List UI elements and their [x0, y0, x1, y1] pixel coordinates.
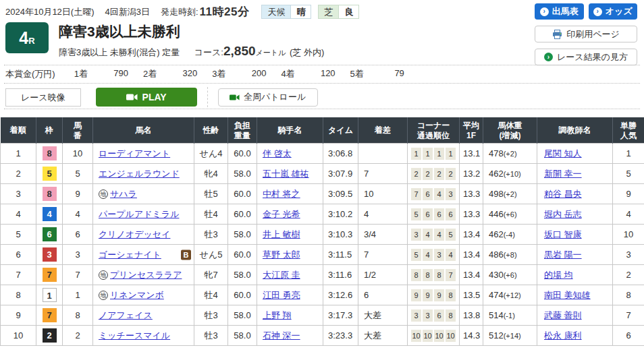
trainer-link[interactable]: 黒岩 陽一 — [544, 249, 582, 260]
cell-load-weight: 58.0 — [228, 305, 257, 326]
jockey-link[interactable]: 江田 勇亮 — [263, 290, 300, 300]
horse-link[interactable]: エンジェルラウンド — [99, 169, 180, 179]
trainer-link[interactable]: 坂口 智康 — [544, 229, 582, 239]
divider — [4, 83, 640, 84]
shutuba-button[interactable]: › 出馬表 — [535, 3, 584, 20]
cell-finish-position: 6 — [1, 245, 36, 265]
cell-time: 3:09.5 — [323, 184, 358, 204]
cell-frame-number: 7 — [36, 305, 63, 326]
cell-load-weight: 60.0 — [228, 204, 257, 225]
header-actions: › 出馬表 › オッズ 印刷用ページ › レース結果の見方 — [535, 3, 637, 65]
cell-time: 3:12.6 — [323, 285, 358, 305]
video-camera-icon — [230, 94, 240, 101]
cell-horse-name: ノアフェイス — [93, 305, 194, 326]
corner-position: 3 — [434, 249, 444, 261]
column-header: 負担 重量 — [228, 118, 257, 144]
horse-link[interactable]: ゴーシェナイト — [99, 249, 161, 260]
jockey-link[interactable]: 上野 翔 — [263, 310, 292, 320]
cell-corner-order: 5434 — [408, 245, 460, 265]
trainer-link[interactable]: 粕谷 昌央 — [544, 189, 582, 199]
cell-frame-number: 8 — [36, 144, 63, 164]
cell-margin: 4 — [358, 204, 408, 225]
cell-sex-age: 牡5 — [194, 184, 228, 204]
cell-jockey: 中村 将之 — [257, 184, 323, 204]
jockey-link[interactable]: 中村 将之 — [263, 189, 300, 199]
trainer-link[interactable]: 尾関 知人 — [544, 148, 582, 158]
arrow-circle-icon: › — [593, 7, 602, 16]
cell-trainer: 坂口 智康 — [537, 225, 613, 245]
cell-corner-order: 9998 — [408, 285, 460, 305]
cell-corner-order: 2222 — [408, 164, 460, 184]
cell-horse-number: 5 — [63, 164, 93, 184]
corner-position: 3 — [411, 229, 421, 241]
race-date: 2024年10月12日(土曜) — [5, 6, 95, 18]
cell-corner-order: 1111 — [408, 144, 460, 164]
cell-win-popularity: 7 — [613, 305, 644, 326]
jockey-link[interactable]: 五十嵐 雄祐 — [263, 169, 309, 179]
cell-sex-age: 牝7 — [194, 265, 228, 285]
cell-time: 3:17.3 — [323, 305, 358, 326]
cell-horse-name: ゴーシェナイトB — [93, 245, 194, 265]
result-row: 1022ミッチースマイル牡358.0石神 深一3:23.3大差101010101… — [1, 326, 644, 346]
corner-position: 6 — [423, 188, 433, 200]
cell-sex-age: 牡4 — [194, 204, 228, 225]
trainer-link[interactable]: 武藤 善則 — [544, 310, 582, 320]
corner-position: 8 — [411, 269, 421, 281]
cell-time: 3:23.3 — [323, 326, 358, 346]
corner-position: 7 — [411, 188, 421, 200]
cell-horse-number: 3 — [63, 245, 93, 265]
corner-position: 1 — [434, 148, 444, 160]
trainer-link[interactable]: 松永 康利 — [544, 330, 582, 341]
horse-link[interactable]: ローディアマント — [99, 148, 170, 158]
weather-badge: 天候晴 — [261, 5, 311, 19]
column-header: 馬 番 — [63, 118, 93, 144]
jockey-link[interactable]: 草野 太郎 — [263, 249, 300, 260]
race-number-badge: 4R — [5, 22, 49, 53]
column-header: 調教師名 — [537, 118, 613, 144]
jockey-link[interactable]: 井上 敏樹 — [263, 229, 300, 239]
corner-position: 7 — [446, 269, 456, 281]
corner-position: 4 — [423, 229, 433, 241]
column-header: 枠 — [36, 118, 63, 144]
cell-horse-name: パープルアドミラル — [93, 204, 194, 225]
horse-link[interactable]: クリノオデッセイ — [99, 229, 170, 239]
horse-link[interactable]: プリンセスララア — [110, 270, 182, 280]
horse-link[interactable]: ミッチースマイル — [99, 330, 170, 341]
corner-position: 2 — [446, 168, 456, 180]
turf-label: 芝 — [318, 5, 339, 19]
horse-link[interactable]: リネンマンボ — [110, 290, 164, 300]
jockey-link[interactable]: 石神 深一 — [263, 330, 300, 341]
trainer-link[interactable]: 的場 均 — [544, 270, 573, 280]
guide-button[interactable]: › レース結果の見方 — [535, 49, 637, 65]
frame-color-box: 8 — [43, 187, 57, 201]
cell-horse-name: ミッチースマイル — [93, 326, 194, 346]
race-number-suffix: R — [28, 36, 34, 46]
cell-finish-position: 1 — [1, 144, 36, 164]
patrol-video-button[interactable]: 全周パトロール — [218, 88, 318, 107]
jockey-link[interactable]: 大江原 圭 — [263, 270, 300, 280]
corner-position: 2 — [411, 168, 421, 180]
trainer-link[interactable]: 堀内 岳志 — [544, 209, 582, 219]
cell-margin: 大差 — [358, 326, 408, 346]
cell-jockey: 石神 深一 — [257, 326, 323, 346]
result-row: 1810ローディアマントせん460.0伴 啓太3:06.8111113.1478… — [1, 144, 644, 164]
jockey-link[interactable]: 金子 光希 — [263, 209, 300, 219]
arrow-circle-icon: › — [540, 7, 549, 16]
corner-position: 5 — [411, 249, 421, 261]
corner-position: 1 — [423, 148, 433, 160]
cell-load-weight: 60.0 — [228, 285, 257, 305]
trainer-link[interactable]: 南田 美知雄 — [544, 290, 591, 300]
odds-button[interactable]: › オッズ — [589, 3, 638, 20]
horse-link[interactable]: ノアフェイス — [99, 310, 153, 320]
local-horse-mark: 地 — [99, 270, 108, 280]
corner-position: 1 — [411, 148, 421, 160]
horse-link[interactable]: パープルアドミラル — [99, 209, 179, 219]
trainer-link[interactable]: 新開 幸一 — [544, 169, 582, 179]
jockey-link[interactable]: 伴 啓太 — [263, 148, 292, 158]
horse-link[interactable]: サハラ — [110, 189, 137, 199]
cell-win-popularity: 1 — [613, 144, 644, 164]
cell-average-1f: 13.4 — [460, 225, 483, 245]
print-button[interactable]: 印刷用ページ — [535, 26, 637, 42]
blinker-badge: B — [181, 249, 191, 260]
play-button[interactable]: PLAY — [96, 88, 197, 107]
